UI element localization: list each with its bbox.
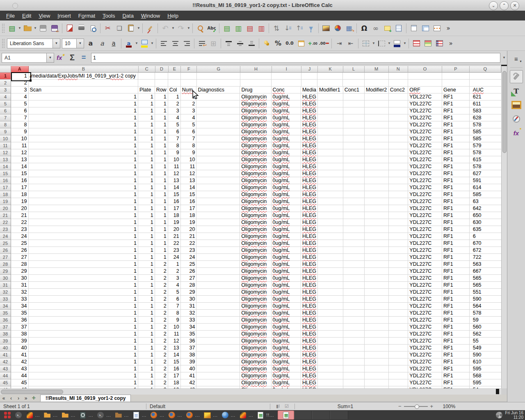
cond-format-bars-icon[interactable] — [411, 38, 422, 49]
cell-N26[interactable] — [389, 247, 408, 254]
cell-M32[interactable] — [365, 289, 389, 296]
cell-P25[interactable]: RF1 — [442, 240, 470, 247]
cell-Q22[interactable]: 630 — [470, 219, 501, 226]
cell-H22[interactable]: Oligomycin — [240, 219, 271, 226]
cell-J43[interactable]: HLEG — [301, 365, 318, 372]
cell-K30[interactable] — [318, 275, 343, 282]
cell-C30[interactable]: 1 — [138, 275, 155, 282]
row-header-19[interactable]: 19 — [0, 198, 11, 205]
cell-C9[interactable]: 1 — [138, 128, 155, 135]
cell-C19[interactable]: 1 — [138, 198, 155, 205]
cell-O10[interactable]: YDL227C — [408, 135, 442, 142]
cell-L16[interactable] — [343, 177, 365, 184]
cell-F35[interactable]: 32 — [181, 310, 197, 317]
cell-E14[interactable]: 11 — [168, 163, 181, 170]
cell-B9[interactable]: 1 — [29, 128, 138, 135]
cell-K25[interactable] — [318, 240, 343, 247]
cell-K35[interactable] — [318, 310, 343, 317]
insert-mode-icon[interactable]: ▮I — [276, 404, 280, 409]
cell-D38[interactable]: 2 — [155, 331, 168, 338]
expand-formula-bar-icon[interactable]: ▼ — [501, 53, 507, 63]
cell-D34[interactable]: 2 — [155, 303, 168, 310]
sort-descending-icon[interactable] — [294, 23, 305, 34]
cell-B34[interactable]: 1 — [29, 303, 138, 310]
taskbar-item-app-menu[interactable] — [4, 411, 11, 419]
cell-M11[interactable] — [365, 142, 389, 149]
column-header-M[interactable]: M — [365, 66, 389, 73]
font-color-icon[interactable] — [123, 38, 134, 49]
cell-F23[interactable]: 20 — [181, 226, 197, 233]
cell-Q12[interactable]: 578 — [470, 149, 501, 156]
cell-M15[interactable] — [365, 170, 389, 177]
cell-I6[interactable]: 0ug/mL — [272, 107, 301, 114]
taskbar-item-libreoffice-calc-active[interactable] — [278, 411, 294, 420]
cell-D32[interactable]: 2 — [155, 289, 168, 296]
cell-N24[interactable] — [389, 233, 408, 240]
cell-E42[interactable]: 15 — [168, 358, 181, 365]
cell-K11[interactable] — [318, 142, 343, 149]
add-sheet-icon[interactable]: ✚ — [30, 395, 38, 402]
cell-L10[interactable] — [343, 135, 365, 142]
cell-C18[interactable]: 1 — [138, 191, 155, 198]
cell-N7[interactable] — [389, 114, 408, 121]
first-sheet-icon[interactable]: « — [0, 395, 7, 402]
cell-H3[interactable]: Drug — [240, 87, 271, 94]
cell-H41[interactable]: Oligomycin — [240, 352, 271, 358]
cell-C36[interactable]: 1 — [138, 317, 155, 324]
cell-P21[interactable]: RF1 — [442, 212, 470, 219]
cell-C14[interactable]: 1 — [138, 163, 155, 170]
cell-C5[interactable]: 1 — [138, 100, 155, 107]
toolbar-grip[interactable] — [2, 39, 5, 48]
cell-J13[interactable]: HLEG — [301, 156, 318, 163]
cell-P1[interactable] — [442, 73, 470, 80]
cell-F30[interactable]: 27 — [181, 275, 197, 282]
cell-K44[interactable] — [318, 372, 343, 379]
cell-M1[interactable] — [365, 73, 389, 80]
cell-J8[interactable]: HLEG — [301, 121, 318, 128]
row-header-41[interactable]: 41 — [0, 352, 11, 358]
cell-C26[interactable]: 1 — [138, 247, 155, 254]
zoom-slider[interactable] — [404, 406, 428, 407]
cell-Q28[interactable]: 563 — [470, 261, 501, 268]
cell-G42[interactable] — [196, 358, 240, 365]
row-header-20[interactable]: 20 — [0, 205, 11, 212]
cell-E30[interactable]: 3 — [168, 275, 181, 282]
cell-A19[interactable]: 19 — [11, 198, 29, 205]
cell-D15[interactable]: 1 — [155, 170, 168, 177]
cell-L29[interactable] — [343, 268, 365, 275]
cell-I19[interactable]: 0ug/mL — [272, 198, 301, 205]
cell-B23[interactable]: 1 — [29, 226, 138, 233]
cell-E35[interactable]: 8 — [168, 310, 181, 317]
cell-D28[interactable]: 2 — [155, 261, 168, 268]
column-header-J[interactable]: J — [301, 66, 318, 73]
cell-I34[interactable]: 0ug/mL — [272, 303, 301, 310]
row-header-28[interactable]: 28 — [0, 261, 11, 268]
cell-Q37[interactable]: 560 — [470, 324, 501, 331]
save-as-icon[interactable] — [49, 23, 60, 34]
new-document-dropdown-icon[interactable]: ▼ — [18, 23, 22, 34]
cell-I40[interactable]: 0ug/mL — [272, 345, 301, 352]
cell-L18[interactable] — [343, 191, 365, 198]
row-header-44[interactable]: 44 — [0, 372, 11, 379]
cell-N4[interactable] — [389, 94, 408, 100]
cell-P2[interactable] — [442, 80, 470, 87]
cell-K24[interactable] — [318, 233, 343, 240]
cell-C23[interactable]: 1 — [138, 226, 155, 233]
cell-E13[interactable]: 10 — [168, 156, 181, 163]
cell-O15[interactable]: YDL227C — [408, 170, 442, 177]
cell-G38[interactable] — [196, 331, 240, 338]
cell-C6[interactable]: 1 — [138, 107, 155, 114]
cell-N25[interactable] — [389, 240, 408, 247]
cell-I1[interactable] — [272, 73, 301, 80]
cell-Q31[interactable]: 565 — [470, 282, 501, 289]
cell-H31[interactable]: Oligomycin — [240, 282, 271, 289]
cell-A33[interactable]: 33 — [11, 296, 29, 303]
cell-J27[interactable]: HLEG — [301, 254, 318, 261]
cell-G44[interactable] — [196, 372, 240, 379]
cell-O38[interactable]: YDL227C — [408, 331, 442, 338]
cell-F28[interactable]: 25 — [181, 261, 197, 268]
font-size-box[interactable]: 10▼ — [62, 39, 84, 48]
cell-O25[interactable]: YDL227C — [408, 240, 442, 247]
delete-row-icon[interactable] — [244, 23, 255, 34]
cell-K32[interactable] — [318, 289, 343, 296]
